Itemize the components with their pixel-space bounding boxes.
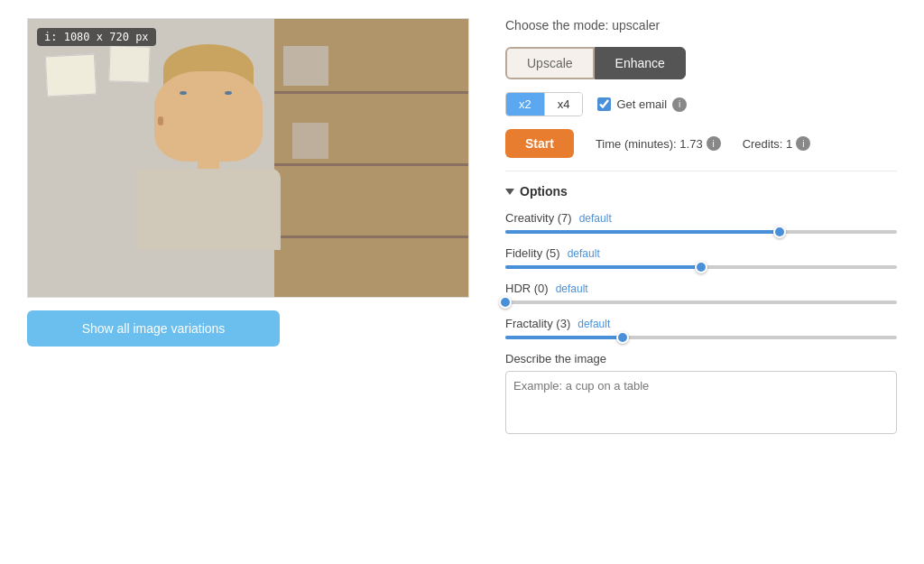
fidelity-slider-container — [505, 265, 897, 269]
image-badge: i: 1080 x 720 px — [37, 28, 156, 46]
credits-label: Credits: 1 — [743, 137, 793, 151]
creativity-label: Creativity (7) — [505, 211, 572, 225]
face — [154, 71, 263, 162]
right-panel: Choose the mode: upscaler Upscale Enhanc… — [505, 18, 897, 546]
time-label: Time (minutes): 1.73 — [596, 137, 703, 151]
email-checkbox[interactable] — [597, 97, 611, 111]
hdr-slider-row: HDR (0) default — [505, 282, 897, 304]
scale-x2-button[interactable]: x2 — [506, 93, 544, 116]
shelf-bg — [274, 19, 468, 297]
start-button[interactable]: Start — [505, 129, 574, 158]
image-preview: i: 1080 x 720 px — [27, 18, 469, 298]
action-row: Start Time (minutes): 1.73 i Credits: 1 … — [505, 129, 897, 158]
hdr-default-link[interactable]: default — [556, 282, 588, 295]
hdr-label-row: HDR (0) default — [505, 282, 897, 295]
paper-note-2 — [108, 45, 150, 83]
upscale-mode-button[interactable]: Upscale — [505, 47, 595, 79]
describe-label: Describe the image — [505, 352, 897, 365]
fractality-label: Fractality (3) — [505, 317, 570, 330]
options-label: Options — [520, 184, 568, 199]
scale-row: x2 x4 Get email i — [505, 92, 897, 116]
fidelity-label: Fidelity (5) — [505, 246, 560, 260]
options-header[interactable]: Options — [505, 184, 897, 199]
main-layout: i: 1080 x 720 px Show all image variatio… — [0, 0, 924, 564]
paper-note-1 — [45, 54, 97, 97]
email-row: Get email i — [597, 97, 687, 112]
show-variations-button[interactable]: Show all image variations — [27, 310, 280, 347]
creativity-label-row: Creativity (7) default — [505, 211, 897, 225]
email-info-icon[interactable]: i — [672, 97, 687, 112]
creativity-default-link[interactable]: default — [579, 212, 612, 225]
scale-x4-button[interactable]: x4 — [544, 93, 583, 116]
fractality-label-row: Fractality (3) default — [505, 317, 897, 330]
divider — [505, 171, 897, 171]
fidelity-default-link[interactable]: default — [568, 247, 600, 260]
fidelity-slider-row: Fidelity (5) default — [505, 246, 897, 269]
credits-info-icon[interactable]: i — [796, 136, 810, 151]
eye-left — [180, 91, 187, 95]
mode-button-group: Upscale Enhance — [505, 47, 897, 79]
shelf-box-1 — [283, 46, 328, 86]
enhance-mode-button[interactable]: Enhance — [595, 47, 686, 79]
shelf-3 — [274, 236, 468, 238]
fractality-slider-row: Fractality (3) default — [505, 317, 897, 339]
hdr-label: HDR (0) — [505, 282, 549, 295]
shelf-1 — [274, 91, 468, 94]
credits-info: Credits: 1 i — [743, 136, 811, 151]
fidelity-label-row: Fidelity (5) default — [505, 246, 897, 260]
describe-textarea[interactable] — [505, 371, 897, 434]
options-chevron-icon — [505, 189, 514, 195]
person-photo — [28, 19, 468, 297]
mode-label: Choose the mode: upscaler — [505, 18, 897, 32]
shelf-box-2 — [292, 123, 328, 159]
eye-right — [225, 91, 232, 95]
time-info-icon[interactable]: i — [707, 136, 721, 151]
scale-button-group: x2 x4 — [505, 92, 583, 116]
time-info: Time (minutes): 1.73 i — [596, 136, 721, 151]
person-silhouette — [154, 44, 263, 225]
earring — [158, 116, 163, 125]
describe-section: Describe the image — [505, 352, 897, 434]
fractality-default-link[interactable]: default — [578, 318, 610, 330]
shelf-2 — [274, 163, 468, 166]
fractality-slider-container — [505, 336, 897, 339]
left-panel: i: 1080 x 720 px Show all image variatio… — [27, 18, 469, 546]
creativity-slider-row: Creativity (7) default — [505, 211, 897, 234]
email-label: Get email — [616, 97, 667, 111]
hdr-slider-container — [505, 300, 897, 304]
shirt — [136, 169, 281, 250]
creativity-slider-container — [505, 230, 897, 234]
